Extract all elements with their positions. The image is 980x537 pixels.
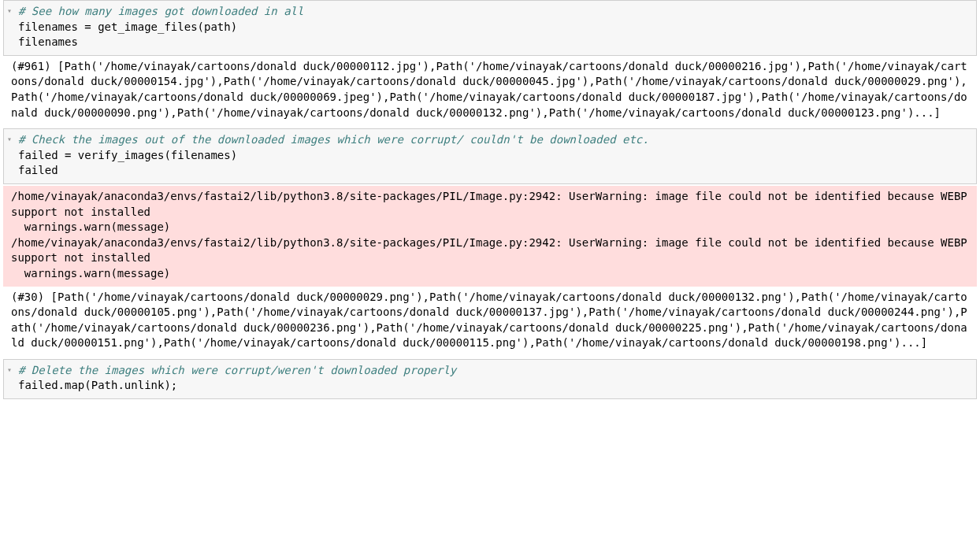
notebook-cell: ▾ # Check the images out of the download…: [3, 128, 977, 356]
code-input-area[interactable]: ▾ # Check the images out of the download…: [3, 128, 977, 184]
code-content[interactable]: # Delete the images which were corrupt/w…: [13, 360, 976, 398]
cell-output: (#30) [Path('/home/vinayak/cartoons/dona…: [3, 287, 977, 356]
code-input-area[interactable]: ▾ # Delete the images which were corrupt…: [3, 359, 977, 399]
collapse-toggle-icon[interactable]: ▾: [4, 360, 13, 376]
code-content[interactable]: # Check the images out of the downloaded…: [13, 129, 976, 183]
code-line: filenames = get_image_files(path): [18, 20, 237, 33]
code-input-area[interactable]: ▾ # See how many images got downloaded i…: [3, 0, 977, 56]
cell-output: (#961) [Path('/home/vinayak/cartoons/don…: [3, 56, 977, 125]
collapse-toggle-icon[interactable]: ▾: [4, 129, 13, 145]
code-line: failed = verify_images(filenames): [18, 149, 237, 161]
code-comment: # See how many images got downloaded in …: [18, 5, 303, 17]
notebook-cell: ▾ # Delete the images which were corrupt…: [3, 359, 977, 399]
cell-warning-output: /home/vinayak/anaconda3/envs/fastai2/lib…: [3, 186, 977, 287]
collapse-toggle-icon[interactable]: ▾: [4, 1, 13, 17]
code-line: filenames: [18, 35, 78, 48]
notebook-cell: ▾ # See how many images got downloaded i…: [3, 0, 977, 125]
code-comment: # Check the images out of the downloaded…: [18, 133, 649, 146]
code-content[interactable]: # See how many images got downloaded in …: [13, 1, 976, 55]
code-comment: # Delete the images which were corrupt/w…: [18, 364, 456, 376]
code-line: failed.map(Path.unlink);: [18, 379, 177, 391]
code-line: failed: [18, 164, 58, 176]
